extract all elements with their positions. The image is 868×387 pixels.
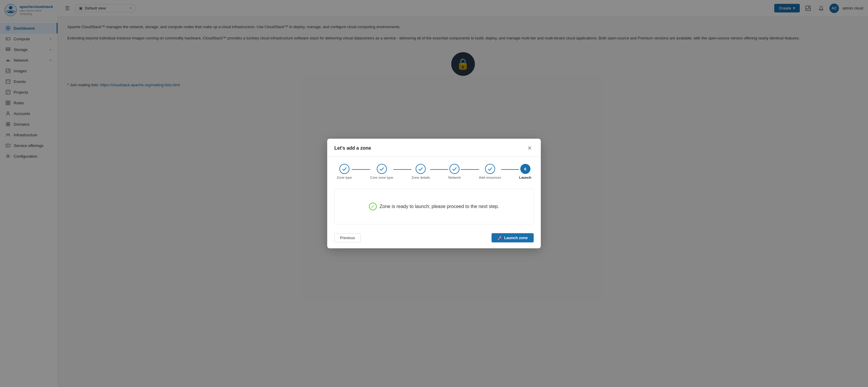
step-circle-4 (450, 164, 460, 174)
launch-label: Launch zone (504, 236, 528, 240)
step-core-zone-type: Core zone type (370, 164, 393, 179)
modal-title: Let's add a zone (334, 145, 371, 151)
check-circle-icon: ✓ (369, 203, 377, 210)
launch-icon: 🚀 (497, 236, 502, 240)
step-circle-5 (485, 164, 495, 174)
step-zone-details: Zone details (411, 164, 430, 179)
launch-zone-button[interactable]: 🚀 Launch zone (492, 233, 534, 242)
step-launch: 6 Launch (519, 164, 531, 179)
modal-footer: Previous 🚀 Launch zone (327, 229, 541, 248)
step-zone-type: Zone type (337, 164, 352, 179)
step-network: Network (448, 164, 461, 179)
previous-button[interactable]: Previous (334, 233, 361, 242)
modal-body: ✓ Zone is ready to launch; please procee… (327, 184, 541, 229)
step-add-resources: Add resources (479, 164, 501, 179)
step-label-3: Zone details (411, 176, 430, 179)
modal-overlay[interactable]: Let's add a zone ✕ Zone type Core zone t… (0, 0, 868, 387)
step-circle-1 (339, 164, 349, 174)
step-circle-3 (415, 164, 426, 174)
step-circle-2 (377, 164, 387, 174)
step-connector-5 (501, 169, 519, 170)
step-connector-3 (430, 169, 448, 170)
modal-close-button[interactable]: ✕ (525, 144, 534, 152)
add-zone-modal: Let's add a zone ✕ Zone type Core zone t… (327, 139, 541, 248)
zone-ready-message: Zone is ready to launch; please proceed … (380, 204, 499, 209)
step-connector-4 (461, 169, 479, 170)
step-label-6: Launch (519, 176, 531, 179)
step-connector-1 (352, 169, 370, 170)
close-icon: ✕ (527, 145, 532, 151)
modal-header: Let's add a zone ✕ (327, 139, 541, 157)
step-connector-2 (393, 169, 411, 170)
stepper: Zone type Core zone type Zone details (327, 157, 541, 184)
step-circle-6: 6 (520, 164, 530, 174)
step-label-2: Core zone type (370, 176, 393, 179)
step-label-1: Zone type (337, 176, 352, 179)
step-label-4: Network (448, 176, 461, 179)
zone-ready-box: ✓ Zone is ready to launch; please procee… (334, 189, 534, 224)
step-label-5: Add resources (479, 176, 501, 179)
